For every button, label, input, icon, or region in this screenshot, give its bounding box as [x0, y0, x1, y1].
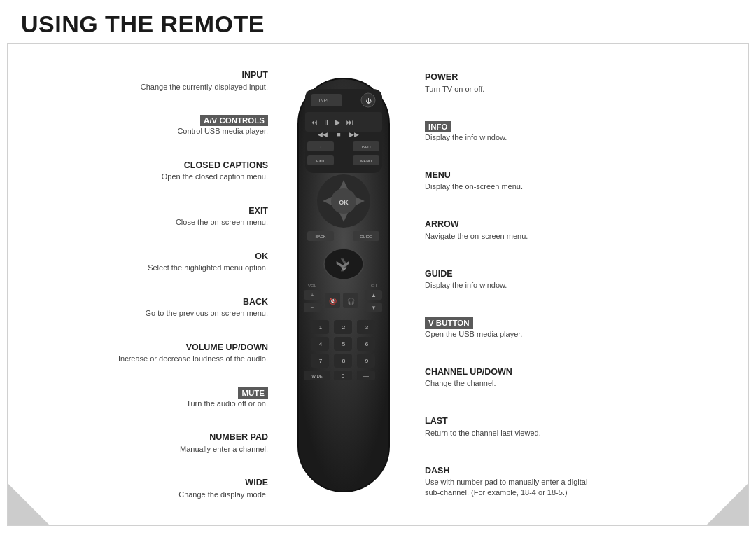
closed-captions-desc: Open the closed caption menu. [162, 172, 268, 182]
svg-text:GUIDE: GUIDE [360, 235, 372, 239]
svg-text:◀◀: ◀◀ [318, 131, 328, 138]
svg-text:9: 9 [365, 358, 369, 364]
svg-text:CH: CH [371, 284, 377, 288]
label-info: INFO Display the info window. [419, 121, 727, 143]
av-controls-title: A/V CONTROLS [200, 115, 268, 126]
svg-text:8: 8 [342, 358, 346, 364]
ok-desc: Select the highlighted menu option. [148, 263, 268, 273]
page-title: USING THE REMOTE [21, 11, 735, 38]
wide-desc: Change the display mode. [178, 490, 268, 500]
right-labels: POWER Turn TV on or off. INFO Display th… [414, 44, 748, 525]
arrow-title: ARROW [425, 219, 459, 231]
mute-desc: Turn the audio off or on. [186, 399, 268, 409]
arrow-desc: Navigate the on-screen menu. [425, 231, 528, 242]
number-pad-desc: Manually enter a channel. [180, 444, 268, 455]
guide-title: GUIDE [425, 268, 453, 281]
last-title: LAST [425, 415, 448, 428]
label-closed-captions: CLOSED CAPTIONS Open the closed caption … [29, 160, 274, 182]
header: USING THE REMOTE [0, 0, 756, 43]
svg-text:6: 6 [365, 341, 369, 347]
svg-text:5: 5 [342, 341, 346, 347]
svg-text:3: 3 [365, 324, 369, 331]
channel-updown-title: CHANNEL UP/DOWN [425, 366, 512, 379]
input-title: INPUT [242, 69, 269, 82]
svg-text:🎧: 🎧 [347, 297, 356, 305]
v-button-title: V BUTTON [425, 317, 473, 328]
label-guide: GUIDE Display the info window. [419, 268, 727, 291]
power-title: POWER [425, 71, 458, 84]
page: USING THE REMOTE INPUT Change the curren… [0, 0, 756, 533]
diagram-area: INPUT Change the currently-displayed inp… [7, 43, 749, 526]
svg-text:2: 2 [342, 324, 346, 331]
svg-text:0: 0 [342, 373, 345, 379]
v-button-desc: Open the USB media player. [425, 329, 522, 340]
info-desc: Display the info window. [425, 132, 507, 143]
label-av-controls: A/V CONTROLS Control USB media player. [29, 115, 274, 137]
label-back: BACK Go to the previous on-screen menu. [29, 296, 274, 319]
label-channel-updown: CHANNEL UP/DOWN Change the channel. [419, 366, 727, 389]
svg-text:▶▶: ▶▶ [349, 131, 359, 138]
menu-desc: Display the on-screen menu. [425, 181, 523, 192]
svg-text:WIDE: WIDE [312, 374, 323, 378]
mute-title: MUTE [238, 387, 268, 399]
svg-text:▼: ▼ [371, 305, 377, 311]
svg-text:■: ■ [337, 131, 340, 138]
svg-text:⌄: ⌄ [338, 258, 350, 273]
svg-text:INPUT: INPUT [319, 98, 335, 103]
number-pad-title: NUMBER PAD [209, 431, 268, 444]
label-dash: DASH Use with number pad to manually ent… [419, 465, 727, 498]
svg-text:⏮: ⏮ [311, 118, 318, 126]
svg-text:+: + [311, 292, 314, 298]
ok-title: OK [255, 251, 268, 263]
volume-desc: Increase or decrease loudness of the aud… [118, 354, 268, 364]
dash-desc: Use with number pad to manually enter a … [425, 477, 593, 498]
last-desc: Return to the channel last viewed. [425, 428, 541, 438]
label-menu: MENU Display the on-screen menu. [419, 169, 727, 192]
svg-text:▲: ▲ [371, 292, 377, 298]
remote-svg: INPUT ⏻ ⏮ ⏸ ▶ ⏭ ◀◀ ■ ▶▶ [284, 71, 403, 499]
channel-updown-desc: Change the channel. [425, 378, 496, 389]
svg-text:BACK: BACK [316, 235, 326, 239]
volume-title: VOLUME UP/DOWN [186, 342, 268, 354]
exit-title: EXIT [248, 205, 268, 218]
left-labels: INPUT Change the currently-displayed inp… [8, 44, 274, 525]
label-power: POWER Turn TV on or off. [419, 71, 727, 94]
label-v-button: V BUTTON Open the USB media player. [419, 317, 727, 339]
back-desc: Go to the previous on-screen menu. [146, 308, 268, 319]
svg-text:EXIT: EXIT [316, 159, 326, 163]
label-wide: WIDE Change the display mode. [29, 477, 274, 499]
svg-text:4: 4 [319, 341, 323, 347]
svg-text:VOL: VOL [308, 284, 317, 288]
svg-text:1: 1 [319, 324, 323, 331]
svg-text:⏭: ⏭ [346, 118, 354, 126]
svg-text:⏸: ⏸ [323, 118, 330, 126]
label-mute: MUTE Turn the audio off or on. [29, 387, 274, 409]
label-ok: OK Select the highlighted menu option. [29, 251, 274, 273]
wide-title: WIDE [245, 477, 268, 490]
svg-text:7: 7 [319, 358, 323, 364]
power-desc: Turn TV on or off. [425, 84, 484, 95]
input-desc: Change the currently-displayed input. [141, 82, 268, 92]
av-controls-desc: Control USB media player. [177, 126, 268, 137]
label-input: INPUT Change the currently-displayed inp… [29, 69, 274, 92]
info-title: INFO [425, 121, 451, 132]
closed-captions-title: CLOSED CAPTIONS [184, 160, 268, 172]
svg-text:🔇: 🔇 [329, 297, 337, 305]
svg-text:−: − [311, 305, 314, 311]
svg-text:CC: CC [318, 145, 323, 149]
label-exit: EXIT Close the on-screen menu. [29, 205, 274, 228]
svg-text:MENU: MENU [360, 159, 372, 163]
svg-text:⏻: ⏻ [365, 98, 372, 104]
menu-title: MENU [425, 169, 451, 182]
svg-text:OK: OK [339, 199, 349, 206]
exit-desc: Close the on-screen menu. [176, 217, 268, 228]
label-number-pad: NUMBER PAD Manually enter a channel. [29, 431, 274, 454]
svg-text:▶: ▶ [335, 118, 341, 126]
label-last: LAST Return to the channel last viewed. [419, 415, 727, 438]
back-title: BACK [243, 296, 268, 309]
label-arrow: ARROW Navigate the on-screen menu. [419, 219, 727, 241]
remote-image: INPUT ⏻ ⏮ ⏸ ▶ ⏭ ◀◀ ■ ▶▶ [274, 44, 414, 525]
svg-text:INFO: INFO [361, 145, 371, 149]
guide-desc: Display the info window. [425, 280, 507, 291]
svg-text:—: — [363, 373, 369, 379]
